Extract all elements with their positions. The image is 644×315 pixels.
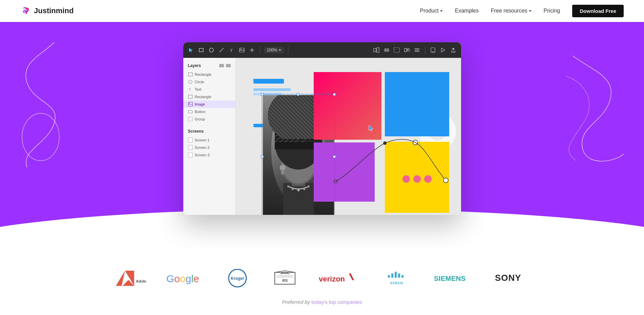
svg-point-57: [287, 185, 289, 187]
svg-rect-83: [388, 275, 390, 278]
logo-adobe: Adobe: [116, 269, 146, 288]
svg-rect-80: [395, 272, 397, 278]
align-tool-icon[interactable]: [373, 46, 380, 54]
svg-marker-67: [116, 271, 125, 286]
distribute-tool-icon[interactable]: [383, 46, 390, 54]
canvas-area[interactable]: [236, 58, 461, 215]
sony-logo-svg: SONY: [495, 271, 529, 286]
layer-item-rectangle-1[interactable]: Rectangle: [183, 71, 235, 78]
logo-text: Justinmind: [34, 6, 74, 15]
canvas-blue-square: [385, 72, 449, 136]
layer-item-rectangle-2[interactable]: Rectangle: [183, 93, 235, 100]
device-icon[interactable]: [429, 46, 437, 54]
chevron-down-icon: [529, 10, 532, 12]
svg-point-26: [189, 80, 192, 84]
group-layer-icon: [188, 117, 193, 121]
logo-siemens: SIEMENS: [434, 271, 475, 286]
layers-panel: Layers Rectangle Circle T: [183, 58, 236, 215]
line-tool-icon[interactable]: [218, 46, 225, 54]
select-tool-icon[interactable]: [187, 46, 195, 54]
logo-kroger: Kroger: [224, 269, 251, 288]
svg-point-61: [308, 185, 310, 187]
cursor-icon: [366, 124, 376, 133]
svg-text:T: T: [189, 87, 191, 91]
logo-link[interactable]: Justinmind: [20, 5, 74, 16]
svg-line-48: [275, 122, 290, 137]
nav-product[interactable]: Product: [420, 8, 443, 14]
svg-rect-81: [391, 273, 393, 278]
rectangle-tool-icon[interactable]: [198, 46, 205, 54]
nav-examples[interactable]: Examples: [455, 8, 479, 14]
tagline-highlight: today's top companies: [311, 299, 362, 305]
play-icon[interactable]: [439, 46, 447, 54]
logos-section: Adobe Google Kroger: [0, 249, 644, 312]
screen-item-2[interactable]: Screen 2: [183, 144, 235, 151]
screen-thumbnail: [188, 138, 193, 142]
screen-item-1[interactable]: Screen 1: [183, 136, 235, 144]
svg-line-4: [220, 48, 224, 52]
circle-layer-icon: [188, 80, 193, 84]
mockup-body: Layers Rectangle Circle T: [183, 58, 461, 215]
toolbar-separator: [260, 46, 260, 54]
logo-irs: IRS: [271, 269, 298, 288]
logo-cisco: cisco: [380, 269, 414, 288]
button-layer-icon: [188, 109, 193, 114]
circle-tool-icon[interactable]: [208, 46, 215, 54]
svg-text:Adobe: Adobe: [136, 279, 146, 283]
svg-text:SIEMENS: SIEMENS: [434, 275, 466, 282]
download-free-button[interactable]: Download Free: [572, 5, 624, 17]
svg-rect-29: [188, 102, 192, 106]
svg-point-3: [209, 48, 213, 52]
layers-tool-icon[interactable]: [413, 46, 421, 54]
chevron-down-icon: [440, 10, 443, 12]
zoom-value: 100%: [267, 48, 277, 52]
svg-rect-10: [374, 48, 376, 52]
siemens-logo-svg: SIEMENS: [434, 271, 475, 286]
svg-rect-84: [401, 275, 403, 278]
layer-item-button[interactable]: Button: [183, 108, 235, 115]
svg-text:Kroger: Kroger: [231, 276, 244, 281]
add-tool-icon[interactable]: [248, 46, 256, 54]
svg-point-59: [297, 189, 299, 192]
hero-curve-left: [14, 36, 81, 171]
nav-pricing[interactable]: Pricing: [544, 8, 560, 14]
svg-text:Google: Google: [166, 273, 199, 284]
svg-rect-28: [188, 95, 192, 98]
svg-line-46: [275, 122, 280, 127]
hero-curve-right: [556, 49, 630, 167]
svg-rect-25: [188, 73, 192, 76]
resize-tool-icon[interactable]: [403, 46, 411, 54]
share-icon[interactable]: [450, 46, 457, 54]
screen-item-3[interactable]: Screen 3: [183, 151, 235, 159]
layer-item-group[interactable]: Group: [183, 115, 235, 123]
toolbar-separator: [425, 46, 425, 54]
mockup-toolbar: T 100%: [183, 42, 461, 58]
zoom-control[interactable]: 100%: [264, 47, 284, 53]
image-tool-icon[interactable]: [238, 46, 246, 54]
svg-rect-15: [394, 48, 399, 52]
svg-text:verizon: verizon: [319, 275, 345, 283]
adobe-logo-svg: Adobe: [116, 269, 146, 288]
list-view-icon[interactable]: [219, 64, 224, 67]
canvas-dot-2: [413, 175, 421, 183]
layer-item-image[interactable]: Image: [183, 100, 235, 108]
grid-view-icon[interactable]: [226, 64, 231, 67]
screen-thumbnail: [188, 153, 193, 157]
canvas-dot-3: [424, 175, 432, 183]
layer-item-text[interactable]: T Text: [183, 86, 235, 93]
canvas-content: [236, 58, 461, 215]
canvas-light-bar-1: [253, 88, 291, 91]
svg-point-56: [281, 170, 284, 175]
screens-title: Screens: [183, 128, 235, 136]
svg-rect-31: [188, 110, 192, 113]
svg-line-47: [275, 122, 285, 132]
text-tool-icon[interactable]: T: [228, 46, 235, 54]
nav-free-resources[interactable]: Free resources: [491, 8, 532, 14]
canvas-dot-1: [402, 175, 410, 183]
svg-point-58: [292, 188, 294, 190]
kroger-logo-svg: Kroger: [224, 269, 251, 288]
tagline-prefix: Preferred by: [282, 299, 312, 305]
layer-item-circle[interactable]: Circle: [183, 78, 235, 86]
group-tool-icon[interactable]: [393, 46, 400, 54]
svg-text:T: T: [230, 48, 233, 53]
